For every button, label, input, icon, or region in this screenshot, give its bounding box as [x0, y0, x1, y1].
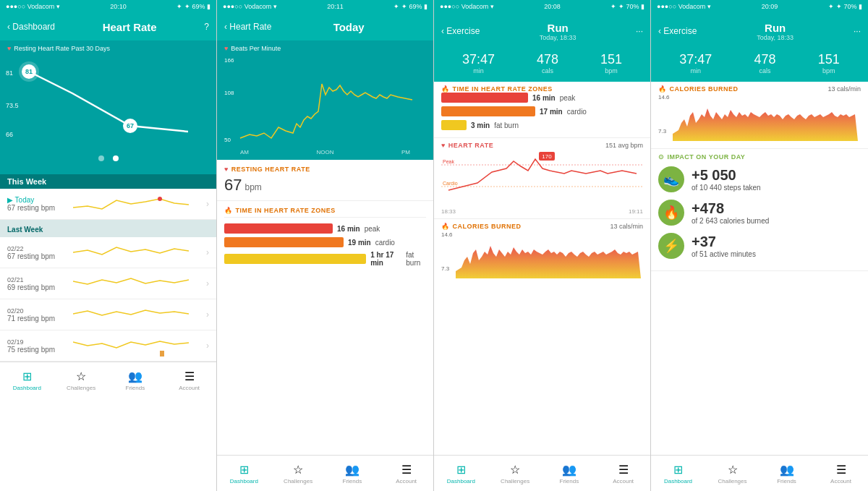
nav-title-1: Heart Rate: [103, 21, 157, 33]
steps-icon: 👟: [658, 166, 684, 192]
tab-friends-1[interactable]: 👥 Friends: [109, 362, 163, 398]
stat-calories-4: 478 cals: [754, 52, 775, 74]
impact-title: ⊙ IMPACT ON YOUR DAY: [658, 153, 861, 161]
tab-bar-1: ⊞ Dashboard ☆ Challenges 👥 Friends ☰ Acc…: [0, 362, 216, 398]
svg-text:81: 81: [6, 69, 13, 77]
duration-unit-4: min: [679, 67, 712, 74]
nav-subtitle-4: Today, 18:33: [757, 34, 793, 41]
day-row-0222[interactable]: 02/22 67 resting bpm ›: [0, 237, 216, 268]
zone-cardio: 19 min cardio: [224, 237, 426, 247]
impact-active: ⚡ +37 of 51 active minutes: [658, 233, 861, 259]
svg-text:108: 108: [224, 90, 234, 96]
back-button-4[interactable]: ‹ Exercise: [658, 26, 697, 36]
impact-calories: 🔥 +478 of 2 643 calories burned: [658, 200, 861, 226]
screen2-content: ♥ RESTING HEART RATE 67 bpm 🔥 TIME IN HE…: [217, 160, 433, 455]
zone-peak: 16 min peak: [224, 223, 426, 234]
svg-text:73.5: 73.5: [6, 102, 19, 109]
cal-y-low-3: 7.3: [441, 265, 449, 272]
help-button-1[interactable]: ?: [204, 22, 209, 32]
cal-chart-3: 14.6 7.3: [441, 231, 643, 282]
calories-impact-value: +478: [692, 200, 769, 217]
tab-dashboard-2[interactable]: ⊞ Dashboard: [217, 456, 271, 491]
fatburn-label: fat burn: [406, 251, 426, 267]
icons-1: ✦ ✦ 69% ▮: [176, 3, 210, 10]
cardio-label: cardio: [375, 239, 395, 247]
svg-text:50: 50: [224, 137, 231, 143]
cal-y-high-3: 14.6: [441, 231, 453, 238]
tab-challenges-2[interactable]: ☆ Challenges: [271, 456, 326, 491]
tab-account-1[interactable]: ☰ Account: [162, 362, 216, 398]
tab-dashboard-3[interactable]: ⊞ Dashboard: [434, 456, 488, 491]
cal-y-high-4: 14.6: [658, 94, 670, 101]
nav-subtitle-3: Today, 18:33: [540, 34, 576, 41]
tab-bar-4: ⊞ Dashboard ☆ Challenges 👥 Friends ☰ Acc…: [651, 455, 868, 491]
tab-challenges-4[interactable]: ☆ Challenges: [705, 456, 760, 491]
dots-4[interactable]: ···: [854, 26, 861, 36]
tab-friends-4[interactable]: 👥 Friends: [760, 456, 814, 491]
time-3: 20:08: [544, 3, 561, 10]
time-start-3: 18:33: [441, 208, 456, 215]
today-mini-graph: [73, 193, 189, 215]
svg-text:81: 81: [25, 68, 33, 75]
peak-bar-3: [441, 93, 528, 103]
phone-screen-3: ●●●○○ Vodacom ▾ 20:08 ✦ ✦ 70% ▮ ‹ Exerci…: [434, 0, 651, 491]
back-button-3[interactable]: ‹ Exercise: [441, 26, 480, 36]
back-button-1[interactable]: ‹ Dashboard: [7, 22, 55, 32]
cal-title-3: 🔥CALORIES BURNED: [441, 223, 522, 230]
tab-account-2[interactable]: ☰ Account: [379, 456, 433, 491]
zones-section: 🔥 TIME IN HEART RATE ZONES 16 min peak 1…: [217, 201, 433, 276]
zones-title: 🔥 TIME IN HEART RATE ZONES: [224, 207, 426, 214]
time-1: 20:10: [110, 3, 127, 10]
svg-text:Peak: Peak: [443, 159, 454, 164]
resting-hr-section: ♥ RESTING HEART RATE 67 bpm: [217, 160, 433, 201]
status-bar-4: ●●●○○ Vodacom ▾ 20:09 ✦ ✦ 70% ▮: [651, 0, 868, 13]
hr-svg-3: Peak Cardio 170: [441, 150, 644, 208]
tab-dashboard-1[interactable]: ⊞ Dashboard: [0, 362, 54, 398]
icons-4: ✦ ✦ 70% ▮: [828, 3, 862, 10]
nav-bar-4: ‹ Exercise Run Today, 18:33 ···: [651, 13, 868, 49]
tab-challenges-1[interactable]: ☆ Challenges: [54, 362, 109, 398]
cal-section-3: 🔥CALORIES BURNED 13 cals/min 14.6 7.3: [434, 219, 650, 286]
svg-text:170: 170: [542, 153, 552, 160]
time-end-3: 19:11: [629, 208, 643, 215]
calories-icon: 🔥: [658, 200, 684, 226]
exercise-content-3: 🔥TIME IN HEART RATE ZONES 16 min peak 17…: [434, 82, 650, 455]
phone-screen-2: ●●●○○ Vodacom ▾ 20:11 ✦ ✦ 69% ▮ ‹ Heart …: [217, 0, 434, 491]
day-row-0221[interactable]: 02/21 69 resting bpm ›: [0, 268, 216, 299]
svg-point-8: [98, 155, 104, 161]
fatburn-bar: [224, 254, 366, 264]
tab-dashboard-4[interactable]: ⊞ Dashboard: [651, 456, 705, 491]
nav-bar-3: ‹ Exercise Run Today, 18:33 ···: [434, 13, 650, 49]
cardio-bar-3: [441, 106, 535, 116]
calories-value-4: 478: [754, 52, 775, 67]
tab-account-4[interactable]: ☰ Account: [814, 456, 868, 491]
svg-text:Cardio: Cardio: [443, 181, 458, 186]
duration-value: 37:47: [462, 52, 495, 67]
today-row[interactable]: ▶ Today 67 resting bpm ›: [0, 189, 216, 220]
tab-account-3[interactable]: ☰ Account: [596, 456, 650, 491]
nav-bar-2: ‹ Heart Rate Today: [217, 13, 433, 40]
resting-hr-title: ♥ RESTING HEART RATE: [224, 166, 426, 173]
tab-bar-3: ⊞ Dashboard ☆ Challenges 👥 Friends ☰ Acc…: [434, 455, 650, 491]
exercise-stats-4: 37:47 min 478 cals 151 bpm: [651, 49, 868, 82]
zones-section-3: 🔥TIME IN HEART RATE ZONES 16 min peak 17…: [434, 82, 650, 138]
icons-3: ✦ ✦ 70% ▮: [610, 3, 644, 10]
day-row-0219[interactable]: 02/19 75 resting bpm ›: [0, 330, 216, 362]
dots-3[interactable]: ···: [636, 26, 643, 36]
chevron-0222: ›: [206, 247, 209, 257]
day-row-0220[interactable]: 02/20 71 resting bpm ›: [0, 299, 216, 330]
svg-point-9: [113, 155, 119, 161]
cal-title-4: 🔥CALORIES BURNED: [658, 85, 739, 93]
resting-hr-value: 67: [224, 176, 242, 195]
impact-section: ⊙ IMPACT ON YOUR DAY 👟 +5 050 of 10 440 …: [651, 149, 868, 271]
cal-svg-3: [456, 231, 650, 282]
svg-marker-22: [673, 108, 858, 141]
tab-bar-2: ⊞ Dashboard ☆ Challenges 👥 Friends ☰ Acc…: [217, 455, 433, 491]
tab-friends-3[interactable]: 👥 Friends: [542, 456, 597, 491]
active-icon: ⚡: [658, 233, 684, 259]
back-button-2[interactable]: ‹ Heart Rate: [224, 22, 271, 32]
time-4: 20:09: [762, 3, 778, 10]
bpm-value: 151: [600, 52, 622, 67]
tab-challenges-3[interactable]: ☆ Challenges: [488, 456, 542, 491]
tab-friends-2[interactable]: 👥 Friends: [326, 456, 380, 491]
